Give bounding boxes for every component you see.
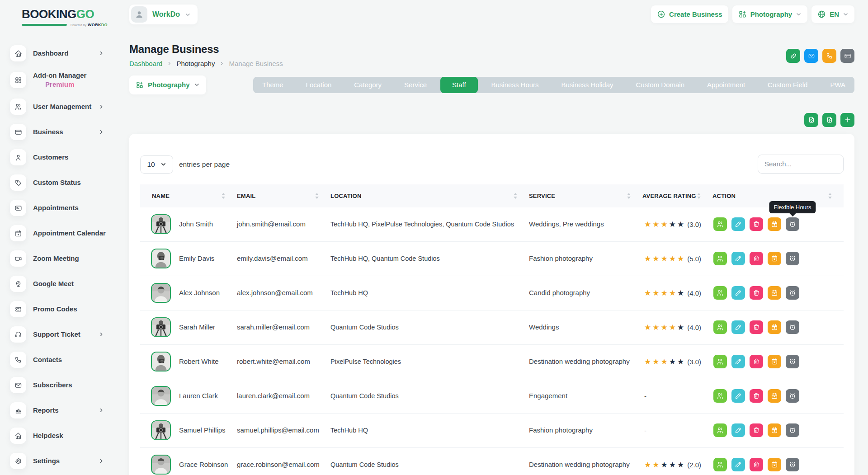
tab-category[interactable]: Category [345,77,391,93]
schedule-button[interactable] [768,252,781,265]
delete-button[interactable] [750,458,763,471]
sidebar-item-dashboard[interactable]: Dashboard [10,41,128,66]
staff-button[interactable] [713,252,727,265]
sidebar-item-label: Google Meet [33,279,74,288]
delete-button[interactable] [750,252,763,265]
alarm-icon [789,289,796,296]
edit-button[interactable] [731,423,745,437]
tab-theme[interactable]: Theme [253,77,292,93]
edit-button[interactable] [731,286,745,300]
sidebar-item-google-meet[interactable]: Google Meet [10,271,128,296]
sidebar-item-reports[interactable]: Reports [10,398,128,423]
delete-button[interactable] [750,423,763,437]
search-input[interactable] [758,155,844,174]
tab-service[interactable]: Service [395,77,436,93]
delete-button[interactable] [750,320,763,334]
delete-button[interactable] [750,217,763,231]
schedule-button[interactable] [768,217,781,231]
language-dropdown[interactable]: EN [811,5,854,23]
add-staff-button[interactable] [840,113,854,127]
workspace-selector[interactable]: WorkDo [129,5,198,24]
sidebar-item-zoom-meeting[interactable]: Zoom Meeting [10,246,128,271]
sidebar-item-support-ticket[interactable]: Support Ticket [10,322,128,347]
sidebar-item-customers[interactable]: Customers [10,145,128,170]
delete-button[interactable] [750,389,763,403]
schedule-button[interactable] [768,458,781,471]
breadcrumb-dashboard[interactable]: Dashboard [129,60,162,67]
sidebar-item-settings[interactable]: Settings [10,448,128,474]
mail-button[interactable] [804,49,818,63]
tab-staff[interactable]: Staff [440,77,478,93]
sidebar-item-add-on-manager[interactable]: Add-on ManagerPremium [10,66,128,94]
sidebar-item-helpdesk[interactable]: Helpdesk [10,423,128,448]
schedule-button[interactable] [768,423,781,437]
sidebar-item-subscribers[interactable]: Subscribers [10,372,128,398]
chevron-down-icon [194,82,200,88]
gear-icon [10,453,26,469]
export-button[interactable] [822,113,836,127]
flexible-hours-button[interactable] [786,458,799,471]
table-body: John Smith john.smith@email.com TechHub … [140,207,844,475]
tab-location[interactable]: Location [297,77,341,93]
sidebar-item-contacts[interactable]: Contacts [10,347,128,372]
business-type-dropdown[interactable]: Photography [732,5,808,23]
flexible-hours-button[interactable] [786,320,799,334]
tab-pwa[interactable]: PWA [821,77,854,93]
column-header-average-rating[interactable]: AVERAGE RATING [641,193,711,199]
staff-button[interactable] [713,423,727,437]
brand-logo[interactable]: BOOKINGGO Powered By WORKDO [22,7,95,27]
tab-appointment[interactable]: Appointment [698,77,754,93]
star-empty-icon: ★ [677,221,685,228]
edit-button[interactable] [731,320,745,334]
staff-button[interactable] [713,320,727,334]
flexible-hours-button[interactable] [786,389,799,403]
schedule-button[interactable] [768,320,781,334]
staff-button[interactable] [713,217,727,231]
call-button[interactable] [822,49,836,63]
sidebar-item-promo-codes[interactable]: Promo Codes [10,296,128,322]
schedule-button[interactable] [768,286,781,300]
edit-button[interactable] [731,217,745,231]
sidebar-item-business[interactable]: Business [10,119,128,145]
tab-business-hours[interactable]: Business Hours [482,77,548,93]
column-header-location[interactable]: LOCATION [329,193,527,199]
column-header-action[interactable]: ACTION [711,193,844,199]
sidebar-item-custom-status[interactable]: Custom Status [10,170,128,195]
schedule-button[interactable] [768,389,781,403]
flexible-hours-button[interactable] [786,423,799,437]
tab-business-holiday[interactable]: Business Holiday [552,77,622,93]
staff-button[interactable] [713,458,727,471]
link-button[interactable] [786,49,800,63]
column-header-name[interactable]: NAME [140,193,235,199]
column-header-service[interactable]: SERVICE [527,193,641,199]
sidebar-item-appointments[interactable]: Appointments [10,195,128,221]
calendar-icon [10,225,26,241]
delete-button[interactable] [750,355,763,368]
sidebar-item-appointment-calendar[interactable]: Appointment Calendar [10,221,128,246]
flexible-hours-button[interactable] [786,217,799,231]
tab-custom-field[interactable]: Custom Field [759,77,816,93]
flexible-hours-button[interactable] [786,286,799,300]
breadcrumb-photography[interactable]: Photography [176,60,215,67]
sidebar-item-user-management[interactable]: User Management [10,94,128,119]
flexible-hours-button[interactable] [786,355,799,368]
edit-button[interactable] [731,458,745,471]
import-button[interactable] [804,113,818,127]
column-header-email[interactable]: EMAIL [235,193,329,199]
schedule-button[interactable] [768,355,781,368]
delete-button[interactable] [750,286,763,300]
pencil-icon [735,255,742,262]
edit-button[interactable] [731,389,745,403]
module-selector[interactable]: Photography [129,75,206,94]
staff-avatar-man-portrait [151,455,171,475]
edit-button[interactable] [731,355,745,368]
create-business-button[interactable]: Create Business [651,5,728,23]
staff-button[interactable] [713,355,727,368]
edit-button[interactable] [731,252,745,265]
staff-button[interactable] [713,286,727,300]
entries-select[interactable]: 10 [140,155,173,174]
payment-button[interactable] [840,49,854,63]
tab-custom-domain[interactable]: Custom Domain [627,77,693,93]
staff-button[interactable] [713,389,727,403]
flexible-hours-button[interactable] [786,252,799,265]
